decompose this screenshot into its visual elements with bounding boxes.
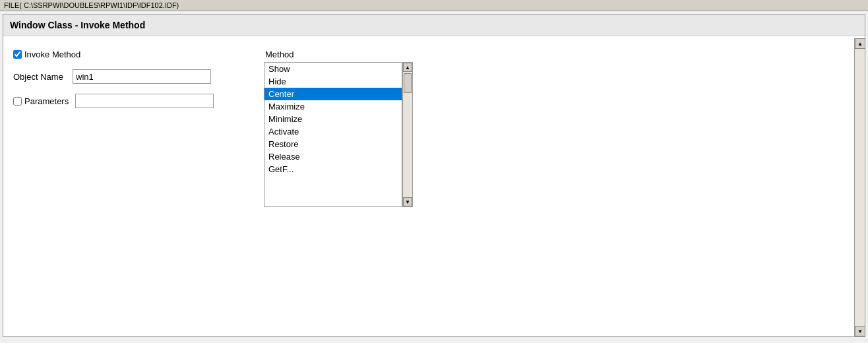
- main-scroll-down[interactable]: ▼: [855, 326, 865, 336]
- listbox-container: Show Hide Center Maximize Minimize Activ…: [264, 62, 413, 207]
- main-window: Window Class - Invoke Method Invoke Meth…: [3, 14, 865, 337]
- method-section: Method Show Hide Center Maximize Minimiz…: [264, 49, 413, 207]
- main-scroll-track[interactable]: [855, 49, 865, 326]
- title-bar: FILE( C:\SSRPWI\DOUBLES\RPWI1\IDF\IDF102…: [0, 0, 868, 11]
- method-listbox[interactable]: Show Hide Center Maximize Minimize Activ…: [264, 62, 402, 207]
- object-name-input[interactable]: [73, 69, 211, 84]
- object-name-label: Object Name: [13, 72, 66, 82]
- invoke-method-label: Invoke Method: [24, 49, 80, 59]
- listbox-scrollbar: ▲ ▼: [402, 62, 413, 207]
- window-header: Window Class - Invoke Method: [3, 15, 865, 36]
- main-scrollbar: ▲ ▼: [854, 38, 865, 336]
- parameters-input[interactable]: [75, 94, 214, 108]
- title-bar-text: FILE( C:\SSRPWI\DOUBLES\RPWI1\IDF\IDF102…: [4, 1, 179, 9]
- scroll-up-arrow[interactable]: ▲: [403, 63, 412, 72]
- list-item[interactable]: Hide: [264, 75, 402, 88]
- parameters-checkbox[interactable]: [13, 97, 22, 106]
- list-item[interactable]: Maximize: [264, 100, 402, 113]
- parameters-label: Parameters: [24, 96, 69, 106]
- main-scroll-up[interactable]: ▲: [855, 38, 865, 49]
- invoke-method-row: Invoke Method: [13, 49, 251, 59]
- left-panel: Invoke Method Object Name Parameters: [13, 49, 251, 207]
- list-item[interactable]: Minimize: [264, 113, 402, 125]
- scroll-down-arrow[interactable]: ▼: [403, 197, 412, 206]
- object-name-row: Object Name: [13, 69, 251, 84]
- content-area: Invoke Method Object Name Parameters Met…: [3, 36, 865, 220]
- scrollbar-track[interactable]: [403, 72, 412, 197]
- window-title: Window Class - Invoke Method: [10, 20, 145, 30]
- invoke-method-checkbox-label[interactable]: Invoke Method: [13, 49, 80, 59]
- list-item[interactable]: Show: [264, 63, 402, 75]
- parameters-checkbox-label[interactable]: Parameters: [13, 96, 69, 106]
- parameters-row: Parameters: [13, 94, 251, 108]
- list-item-center[interactable]: Center: [264, 88, 402, 100]
- list-item[interactable]: Release: [264, 150, 402, 163]
- list-item[interactable]: Restore: [264, 138, 402, 150]
- method-label: Method: [265, 49, 294, 59]
- scrollbar-thumb[interactable]: [404, 73, 412, 93]
- invoke-method-checkbox[interactable]: [13, 50, 22, 59]
- list-item[interactable]: GetF...: [264, 163, 402, 175]
- list-item[interactable]: Activate: [264, 125, 402, 138]
